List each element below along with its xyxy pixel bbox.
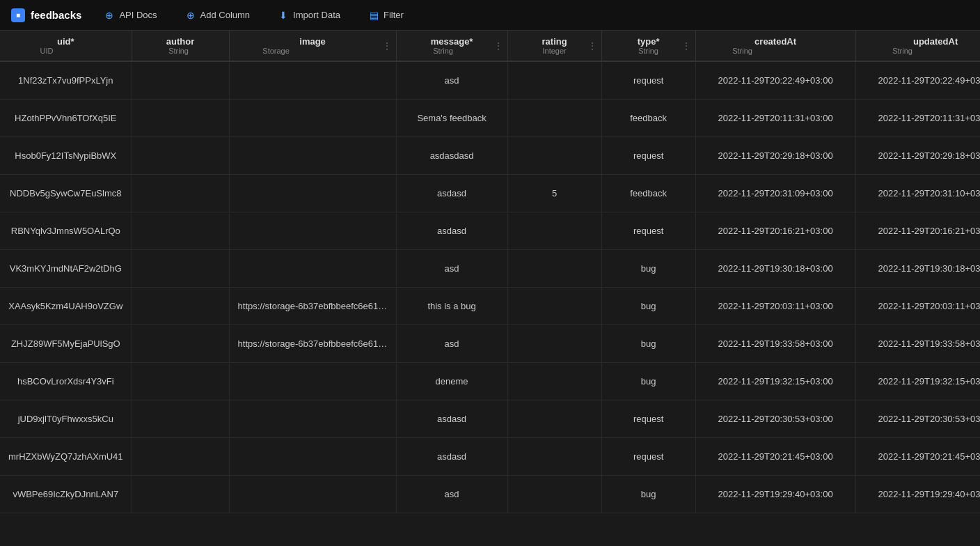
col-header-updated: updatedAt String [855, 31, 980, 61]
table-cell: 2022-11-29T19:29:40+03:00 [855, 475, 980, 513]
table-cell: asd [396, 61, 507, 99]
table-row[interactable]: XAAsyk5Kzm4UAH9oVZGwhttps://storage-6b37… [0, 287, 980, 325]
add-column-label: Add Column [200, 10, 251, 20]
table-cell: 2022-11-29T19:29:40+03:00 [695, 475, 855, 513]
table-cell: 2022-11-29T20:30:53+03:00 [695, 400, 855, 437]
table-cell: 2022-11-29T20:31:10+03:00 [855, 174, 980, 212]
table-cell [507, 362, 601, 400]
type-col-menu-icon[interactable]: ⋮ [681, 40, 691, 52]
table-cell: feedback [601, 99, 695, 136]
table-cell: asd [396, 325, 507, 362]
table-cell: 2022-11-29T20:29:18+03:00 [855, 136, 980, 174]
col-header-author: author String [132, 31, 229, 61]
table-row[interactable]: ZHJZ89WF5MyEjaPUlSgOhttps://storage-6b37… [0, 325, 980, 362]
data-table: uid* UID author String image Storage ⋮ m… [0, 31, 980, 513]
table-cell: 2022-11-29T20:11:31+03:00 [695, 99, 855, 136]
table-cell: asdasd [396, 437, 507, 475]
filter-icon: ▤ [368, 10, 379, 21]
import-data-icon: ⬇ [278, 10, 289, 21]
table-cell [507, 249, 601, 287]
table-row[interactable]: HZothPPvVhn6TOfXq5IESema's feedbackfeedb… [0, 99, 980, 136]
table-cell: 2022-11-29T20:22:49+03:00 [695, 61, 855, 99]
add-column-button[interactable]: ⊕ Add Column [180, 7, 256, 24]
table-cell: request [601, 136, 695, 174]
table-cell: XAAsyk5Kzm4UAH9oVZGw [0, 287, 132, 325]
col-header-message: message* String ⋮ [396, 31, 507, 61]
filter-button[interactable]: ▤ Filter [363, 7, 409, 24]
table-cell [132, 362, 229, 400]
table-body: 1Nf23zTx7vu9fPPxLYjnasdrequest2022-11-29… [0, 61, 980, 513]
table-cell: https://storage-6b37ebfbbeefc6e61c245... [229, 287, 396, 325]
table-cell: bug [601, 249, 695, 287]
table-cell: jUD9xjlT0yFhwxxs5kCu [0, 400, 132, 437]
table-cell: 2022-11-29T20:31:09+03:00 [695, 174, 855, 212]
table-row[interactable]: jUD9xjlT0yFhwxxs5kCuasdasdrequest2022-11… [0, 400, 980, 437]
table-cell: RBNYqlv3JmnsW5OALrQo [0, 212, 132, 249]
table-cell [229, 475, 396, 513]
table-row[interactable]: 1Nf23zTx7vu9fPPxLYjnasdrequest2022-11-29… [0, 61, 980, 99]
table-cell: 2022-11-29T20:22:49+03:00 [855, 61, 980, 99]
table-cell: vWBPe69IcZkyDJnnLAN7 [0, 475, 132, 513]
table-cell [132, 212, 229, 249]
table-cell [507, 325, 601, 362]
table-cell: 2022-11-29T19:30:18+03:00 [855, 249, 980, 287]
table-cell [229, 362, 396, 400]
table-cell [132, 249, 229, 287]
table-cell [229, 249, 396, 287]
table-cell: request [601, 437, 695, 475]
table-cell [229, 212, 396, 249]
table-cell: 2022-11-29T20:11:31+03:00 [855, 99, 980, 136]
table-cell: 2022-11-29T20:21:45+03:00 [695, 437, 855, 475]
table-cell: 5 [507, 174, 601, 212]
table-row[interactable]: VK3mKYJmdNtAF2w2tDhGasdbug2022-11-29T19:… [0, 249, 980, 287]
app-title: ■ feedbacks [11, 8, 81, 22]
table-cell: 2022-11-29T20:21:45+03:00 [855, 437, 980, 475]
table-cell: 2022-11-29T20:29:18+03:00 [695, 136, 855, 174]
filter-label: Filter [384, 10, 404, 20]
table-cell: this is a bug [396, 287, 507, 325]
table-cell: request [601, 400, 695, 437]
table-cell: 2022-11-29T19:32:15+03:00 [855, 362, 980, 400]
table-cell [507, 136, 601, 174]
api-docs-label: API Docs [119, 10, 157, 20]
api-docs-button[interactable]: ⊕ API Docs [98, 7, 162, 24]
table-cell: 2022-11-29T19:33:58+03:00 [855, 325, 980, 362]
table-cell: 2022-11-29T20:03:11+03:00 [695, 287, 855, 325]
table-cell [507, 437, 601, 475]
table-container: uid* UID author String image Storage ⋮ m… [0, 31, 980, 546]
table-cell: asd [396, 475, 507, 513]
table-cell [229, 99, 396, 136]
table-cell: 2022-11-29T20:16:21+03:00 [855, 212, 980, 249]
table-cell: 2022-11-29T19:30:18+03:00 [695, 249, 855, 287]
table-cell: 2022-11-29T20:03:11+03:00 [855, 287, 980, 325]
table-cell [132, 174, 229, 212]
table-cell [132, 287, 229, 325]
table-cell: 2022-11-29T20:30:53+03:00 [855, 400, 980, 437]
table-cell: Hsob0Fy12ITsNypiBbWX [0, 136, 132, 174]
table-cell [229, 61, 396, 99]
table-row[interactable]: vWBPe69IcZkyDJnnLAN7asdbug2022-11-29T19:… [0, 475, 980, 513]
table-cell [132, 136, 229, 174]
table-row[interactable]: NDDBv5gSywCw7EuSlmc8asdasd5feedback2022-… [0, 174, 980, 212]
table-cell [229, 437, 396, 475]
table-cell: HZothPPvVhn6TOfXq5IE [0, 99, 132, 136]
table-cell [507, 287, 601, 325]
table-header-row: uid* UID author String image Storage ⋮ m… [0, 31, 980, 61]
table-row[interactable]: mrHZXbWyZQ7JzhAXmU41asdasdrequest2022-11… [0, 437, 980, 475]
table-cell: https://storage-6b37ebfbbeefc6e61c245... [229, 325, 396, 362]
rating-col-menu-icon[interactable]: ⋮ [587, 40, 597, 52]
image-col-menu-icon[interactable]: ⋮ [382, 40, 392, 52]
table-row[interactable]: Hsob0Fy12ITsNypiBbWXasdasdasdrequest2022… [0, 136, 980, 174]
table-cell: ZHJZ89WF5MyEjaPUlSgO [0, 325, 132, 362]
table-cell: asd [396, 249, 507, 287]
table-cell: Sema's feedback [396, 99, 507, 136]
message-col-menu-icon[interactable]: ⋮ [493, 40, 503, 52]
table-cell: bug [601, 362, 695, 400]
api-docs-icon: ⊕ [104, 10, 115, 21]
table-row[interactable]: RBNYqlv3JmnsW5OALrQoasdasdrequest2022-11… [0, 212, 980, 249]
table-row[interactable]: hsBCOvLrorXdsr4Y3vFidenemebug2022-11-29T… [0, 362, 980, 400]
table-cell [507, 99, 601, 136]
table-cell: 2022-11-29T20:16:21+03:00 [695, 212, 855, 249]
import-data-button[interactable]: ⬇ Import Data [272, 7, 346, 24]
col-header-uid: uid* UID [0, 31, 132, 61]
